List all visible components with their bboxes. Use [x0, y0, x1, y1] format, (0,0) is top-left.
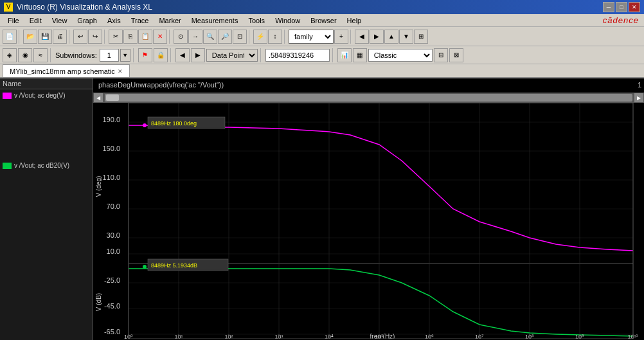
- value-display: .58489319246: [265, 49, 330, 62]
- nav-up-icon: ▲: [388, 33, 395, 40]
- legend-panel: Name v /Vout; ac deg(V) v /Vout; ac dB20…: [0, 78, 93, 340]
- menu-measurements[interactable]: Measurements: [186, 15, 244, 26]
- svg-text:110.0: 110.0: [102, 174, 120, 181]
- marker1-button[interactable]: ◈: [3, 48, 17, 62]
- app-title: Virtuoso (R) Visualization & Analysis XL: [17, 3, 152, 12]
- data-point-select[interactable]: Data Point: [206, 49, 258, 62]
- tab-schematic[interactable]: MYlib_simc18mm amp schematic ✕: [3, 64, 130, 77]
- cut-icon: ✂: [113, 33, 118, 40]
- zoom-in-icon: 🔍: [206, 33, 214, 40]
- menu-graph[interactable]: Graph: [72, 15, 102, 26]
- scrollbar-track[interactable]: [105, 94, 632, 102]
- paste-button[interactable]: 📋: [138, 30, 152, 44]
- menu-marker[interactable]: Marker: [154, 15, 186, 26]
- main-content: Name v /Vout; ac deg(V) v /Vout; ac dB20…: [0, 78, 644, 340]
- measure-button[interactable]: ⚡: [253, 30, 267, 44]
- copy-button[interactable]: ⎘: [123, 30, 138, 44]
- chart-button[interactable]: 📊: [337, 48, 352, 62]
- wave-button[interactable]: ≈: [33, 48, 48, 62]
- svg-text:V (dB): V (dB): [95, 293, 102, 311]
- toolbar2: ◈ ◉ ≈ Subwindows: ▼ ⚑ 🔒 ◀ ▶ Data Point .…: [0, 46, 644, 64]
- separator8: [50, 48, 53, 62]
- zoom-out-button[interactable]: 🔎: [218, 30, 232, 44]
- cadence-logo: cādence: [603, 15, 639, 25]
- nav4-button[interactable]: ▼: [399, 30, 413, 44]
- scroll-right-button[interactable]: ▶: [634, 93, 643, 102]
- zoom-in-button[interactable]: 🔍: [203, 30, 217, 44]
- grid-button[interactable]: ⊞: [414, 30, 428, 44]
- legend-label-2: v /Vout; ac dB20(V): [14, 162, 69, 169]
- legend-color-1: [3, 93, 12, 99]
- svg-text:-45.0: -45.0: [104, 302, 120, 310]
- menu-tools[interactable]: Tools: [243, 15, 270, 26]
- redo-button[interactable]: ↪: [88, 30, 102, 44]
- tab-close-button[interactable]: ✕: [118, 68, 123, 75]
- menu-trace[interactable]: Trace: [126, 15, 154, 26]
- redo-icon: ↪: [93, 33, 98, 40]
- subwindow-dropdown-button[interactable]: ▼: [120, 49, 130, 62]
- menu-window[interactable]: Window: [270, 15, 305, 26]
- print-button[interactable]: 🖨: [53, 30, 67, 44]
- tool2-button[interactable]: →: [188, 30, 202, 44]
- setting2-button[interactable]: ⊠: [449, 48, 463, 62]
- lock-button[interactable]: 🔒: [154, 48, 168, 62]
- nav-down-icon: ▼: [403, 33, 409, 40]
- tool1-button[interactable]: ⊙: [174, 30, 188, 44]
- chart-area: phaseDegUnwrapped(vfreq('ac "/Vout")) 1 …: [93, 78, 644, 340]
- separator12: [332, 48, 335, 62]
- chart-icon: 📊: [341, 51, 348, 58]
- legend-label-1: v /Vout; ac deg(V): [14, 92, 66, 99]
- separator10: [170, 48, 173, 62]
- svg-point-36: [143, 265, 147, 269]
- menu-view[interactable]: View: [47, 15, 73, 26]
- cursor-button[interactable]: ↕: [268, 30, 282, 44]
- chart-scrollbar[interactable]: ◀ ▶: [93, 93, 644, 103]
- table-icon: ▦: [357, 51, 362, 58]
- lock-icon: 🔒: [157, 51, 165, 58]
- grid-icon: ⊞: [418, 33, 424, 40]
- scrollbar-thumb[interactable]: [106, 94, 119, 101]
- zoom-fit-button[interactable]: ⊡: [233, 30, 247, 44]
- classic-select[interactable]: Classic: [368, 49, 433, 62]
- save-button[interactable]: 💾: [38, 30, 52, 44]
- nav3-button[interactable]: ▲: [384, 30, 398, 44]
- print-icon: 🖨: [57, 33, 63, 40]
- table-button[interactable]: ▦: [353, 48, 367, 62]
- marker2-button[interactable]: ◉: [18, 48, 32, 62]
- svg-text:-25.0: -25.0: [104, 276, 120, 284]
- cut-button[interactable]: ✂: [109, 30, 123, 44]
- legend-item-1: v /Vout; ac deg(V): [0, 89, 93, 102]
- separator2: [69, 30, 71, 44]
- menu-file[interactable]: File: [3, 15, 24, 26]
- arrow-right-button[interactable]: ▶: [191, 48, 205, 62]
- nav-right-icon: ▶: [374, 33, 379, 40]
- separator7: [350, 30, 353, 44]
- app-icon: V: [4, 3, 13, 12]
- delete-button[interactable]: ✕: [153, 30, 167, 44]
- menu-help[interactable]: Help: [342, 15, 367, 26]
- menu-browser[interactable]: Browser: [305, 15, 341, 26]
- subwindow-input[interactable]: [100, 49, 119, 62]
- svg-text:10.0: 10.0: [107, 247, 120, 255]
- menu-axis[interactable]: Axis: [102, 15, 126, 26]
- svg-text:-65.0: -65.0: [104, 328, 120, 336]
- flag-button[interactable]: ⚑: [138, 48, 152, 62]
- new-button[interactable]: 📄: [3, 30, 17, 44]
- open-button[interactable]: 📂: [23, 30, 37, 44]
- close-button[interactable]: ✕: [629, 2, 640, 12]
- family-add-button[interactable]: +: [334, 30, 348, 44]
- family-select[interactable]: family: [289, 30, 334, 44]
- arrow-left-button[interactable]: ◀: [175, 48, 190, 62]
- menu-edit[interactable]: Edit: [24, 15, 47, 26]
- nav2-button[interactable]: ▶: [370, 30, 384, 44]
- maximize-button[interactable]: □: [616, 2, 627, 12]
- wave-icon: ≈: [39, 51, 42, 58]
- minimize-button[interactable]: ─: [603, 2, 614, 12]
- scroll-left-button[interactable]: ◀: [94, 93, 103, 102]
- svg-text:30.0: 30.0: [107, 231, 120, 239]
- svg-point-33: [143, 123, 147, 127]
- chart-title: phaseDegUnwrapped(vfreq('ac "/Vout")): [98, 81, 224, 89]
- setting1-button[interactable]: ⊟: [434, 48, 448, 62]
- undo-button[interactable]: ↩: [73, 30, 87, 44]
- nav1-button[interactable]: ◀: [355, 30, 369, 44]
